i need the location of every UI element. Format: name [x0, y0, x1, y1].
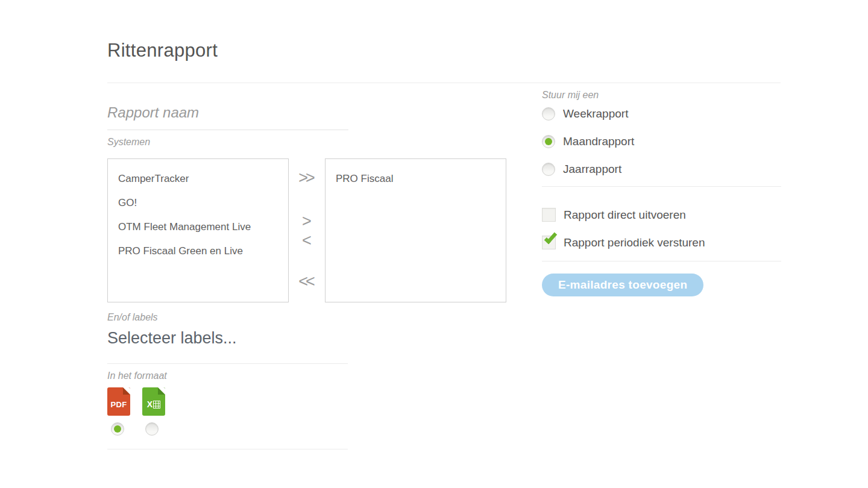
excel-file-icon[interactable]: X	[142, 387, 165, 416]
page-fold	[123, 387, 130, 395]
checkbox-label: Rapport direct uitvoeren	[564, 208, 686, 222]
move-left-button[interactable]: <	[289, 231, 324, 250]
list-item[interactable]: OTM Fleet Management Live	[108, 215, 288, 239]
add-email-button[interactable]: E-mailadres toevoegen	[542, 274, 703, 296]
radio-label: Maandrapport	[563, 135, 634, 148]
checkbox-row-periodiek-versturen[interactable]: Rapport periodiek versturen	[542, 236, 705, 249]
radio-jaarrapport[interactable]	[542, 163, 555, 176]
move-all-left-button[interactable]: <<	[289, 272, 324, 291]
schedule-label: Stuur mij een	[542, 90, 599, 101]
divider	[542, 261, 781, 261]
checkbox-row-direct-uitvoeren[interactable]: Rapport direct uitvoeren	[542, 208, 686, 222]
page-fold	[158, 387, 165, 395]
divider	[107, 83, 781, 83]
spreadsheet-grid-icon	[153, 401, 160, 408]
labels-section-label: En/of labels	[107, 312, 158, 323]
selected-systems-list[interactable]: PRO Fiscaal	[325, 158, 506, 302]
report-name-input[interactable]	[107, 95, 348, 130]
page-title: Rittenrapport	[107, 40, 218, 61]
checkbox-periodiek-versturen[interactable]	[542, 236, 556, 249]
radio-weekrapport[interactable]	[542, 107, 555, 120]
format-radio-pdf[interactable]	[111, 422, 124, 436]
list-item[interactable]: PRO Fiscaal	[326, 167, 506, 191]
available-systems-list[interactable]: CamperTracker GO! OTM Fleet Management L…	[107, 158, 289, 302]
move-all-right-button[interactable]: >>	[289, 169, 324, 187]
divider	[542, 186, 781, 187]
list-item[interactable]: CamperTracker	[108, 167, 288, 191]
list-item[interactable]: PRO Fiscaal Green en Live	[108, 239, 288, 263]
list-item[interactable]: GO!	[108, 191, 288, 215]
pdf-file-icon[interactable]: PDF	[107, 387, 130, 416]
radio-maandrapport[interactable]	[542, 135, 555, 148]
format-label: In het formaat	[107, 371, 167, 381]
checkmark-icon	[544, 231, 557, 244]
labels-select-dropdown[interactable]: Selecteer labels...	[107, 329, 237, 348]
radio-row-maandrapport[interactable]: Maandrapport	[542, 135, 634, 148]
move-right-button[interactable]: >	[289, 212, 324, 231]
excel-glyph: X	[147, 400, 160, 408]
checkbox-label: Rapport periodiek versturen	[564, 236, 705, 249]
pdf-badge-text: PDF	[111, 400, 127, 409]
radio-label: Weekrapport	[563, 107, 628, 120]
radio-row-weekrapport[interactable]: Weekrapport	[542, 107, 628, 120]
divider	[107, 363, 348, 364]
checkbox-direct-uitvoeren[interactable]	[542, 208, 556, 222]
radio-label: Jaarrapport	[563, 163, 621, 176]
divider	[107, 449, 348, 449]
rittenrapport-form: Rittenrapport Systemen CamperTracker GO!…	[0, 0, 868, 488]
format-radio-excel[interactable]	[145, 422, 159, 436]
radio-row-jaarrapport[interactable]: Jaarrapport	[542, 163, 621, 176]
systems-label: Systemen	[107, 137, 150, 148]
